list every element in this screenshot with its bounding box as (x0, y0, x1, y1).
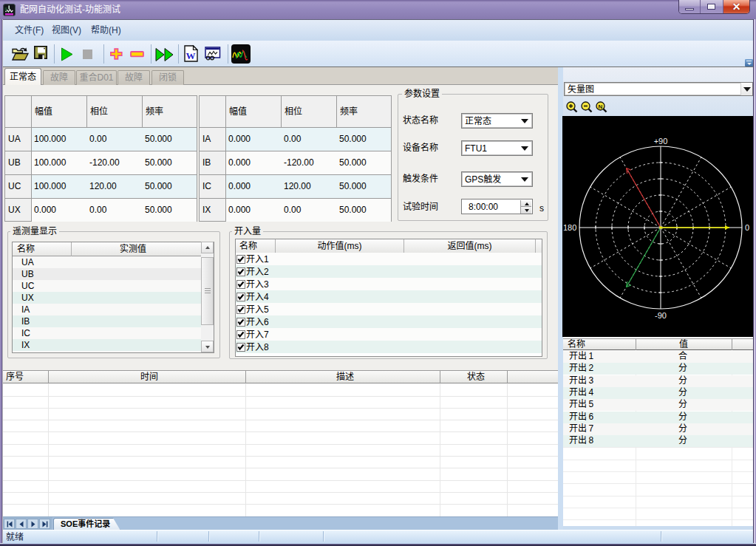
svg-text:+90: +90 (654, 137, 668, 146)
svg-text:180: 180 (563, 223, 576, 232)
svg-text:N: N (599, 103, 603, 110)
svg-text:-90: -90 (655, 311, 667, 320)
svg-text:W: W (186, 50, 196, 61)
svg-text:0: 0 (745, 223, 749, 232)
